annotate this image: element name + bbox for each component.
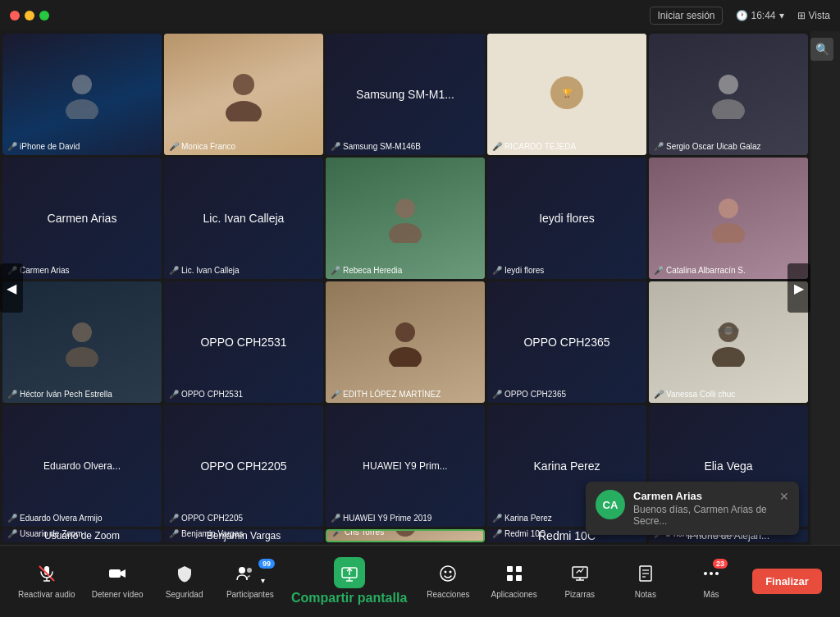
chat-avatar: CA [596,490,625,519]
participant-subname: OPPO CPH2365 [504,390,566,399]
participant-subname: iPhone de David [20,142,80,151]
mic-on-icon: 🎤 [492,514,502,523]
participant-name-label: 🎤 Benjamin Vargas [169,529,243,538]
chat-content: Carmen Arias Buenos días, Carmen Arias d… [633,490,771,527]
participant-tile-cris-torres[interactable]: 🎤 Cris Torres [326,529,485,542]
svg-point-4 [719,75,738,94]
clock-icon: 🕐 16:44 ▾ [736,10,784,21]
participant-subname: Redmi 10C [504,529,546,538]
chevron-down-icon[interactable]: ▾ [779,10,784,21]
svg-point-47 [710,572,713,575]
svg-point-7 [389,223,422,243]
participant-display-name: Ieydi flores [534,212,600,225]
svg-rect-38 [516,575,522,581]
participant-name-label: 🎤 Cris Torres [332,529,384,537]
toolbar-security-label: Seguridad [166,590,203,599]
participant-name-label: 🎤 Eduardo Olvera Armijo [7,514,103,523]
toolbar-reactions-button[interactable]: Reacciones [423,564,472,599]
participant-tile[interactable]: 🏆 🎤 RICARDO TEJEDA [487,34,646,155]
right-sidebar [810,31,840,545]
participant-subname: EDITH LÓPEZ MARTÍNEZ [343,390,441,399]
participant-subname: Usuario de Zoom [20,529,83,538]
toolbar-participants-button[interactable]: 99 ▾ Participantes [226,564,275,599]
participant-tile[interactable]: Samsung SM-M1... 🎤 Samsung SM-M146B [326,34,485,155]
toolbar-audio-label: Reactivar audio [18,590,75,599]
participant-tile[interactable]: OPPO CPH2531 🎤 OPPO CPH2531 [164,281,323,403]
more-badge: 23 [713,559,728,569]
participant-subname: Sergio Oscar Uicab Galaz [666,142,761,151]
svg-point-0 [72,75,92,94]
chat-sender-name: Carmen Arias [633,490,771,502]
svg-rect-36 [516,566,522,572]
participant-subname: Monica Franco [181,142,235,151]
participant-subname: Eduardo Olvera Armijo [20,514,103,523]
more-icon: 23 [701,564,721,587]
minimize-window-button[interactable] [25,11,34,21]
view-button[interactable]: ⊞ Vista [797,10,830,21]
toolbar-security-button[interactable]: Seguridad [160,564,209,599]
participant-tile[interactable]: 1/4 🎤 Héctor Iván Pech Estrella [2,281,162,403]
nav-arrow-left[interactable]: ◀ [0,263,23,313]
svg-point-26 [239,567,245,574]
participant-name-label: 🎤 OPPO CPH2205 [169,514,243,523]
participant-tile[interactable]: 🎤 Rebeca Heredia [326,158,485,279]
video-icon [107,564,127,587]
participant-tile[interactable]: OPPO CPH2365 🎤 OPPO CPH2365 [487,281,646,403]
notes-icon [636,564,655,587]
mic-muted-icon: 🎤 [169,529,179,538]
participant-tile[interactable]: Lic. Ivan Calleja 🎤 Lic. Ivan Calleja [164,158,323,279]
fullscreen-window-button[interactable] [39,11,49,21]
participant-tile[interactable]: 🎤 EDITH LÓPEZ MARTÍNEZ [326,281,485,403]
participant-name-label: 🎤 Monica Franco [169,142,235,151]
participant-tile[interactable]: HUAWEI Y9 Prim... 🎤 HUAWEI Y9 Prime 2019 [326,405,485,527]
participant-display-name: Elia Vega [699,459,757,473]
svg-point-3 [226,101,262,121]
participant-tile[interactable]: OPPO CPH2205 🎤 OPPO CPH2205 [164,405,323,527]
participant-name-label: 🎤 Catalina Albarracín S. [654,266,746,275]
toolbar-apps-button[interactable]: Aplicaciones [490,564,539,599]
participant-display-name: OPPO CPH2365 [518,336,614,349]
participant-tile[interactable]: Eduardo Olvera... 🎤 Eduardo Olvera Armij… [2,405,162,527]
participant-tile[interactable]: 1/4 🎤 Vanessa Colli chuc [649,281,808,403]
mic-muted-icon: 🎤 [7,390,17,399]
participant-name-label: 🎤 Samsung SM-M146B [331,142,421,151]
toolbar-more-button[interactable]: 23 Más [687,564,736,599]
toolbar-whiteboard-button[interactable]: Pizarras [555,564,605,599]
toolbar-video-label: Detener vídeo [92,590,144,599]
nav-arrow-right[interactable]: ▶ [788,263,810,313]
participant-subname: OPPO CPH2205 [181,514,243,523]
participants-count: 99 [258,559,275,569]
toolbar-reactions-label: Reacciones [427,590,469,599]
top-bar: Iniciar sesión 🕐 16:44 ▾ ⊞ Vista [0,0,840,31]
mic-muted-icon: 🎤 [332,529,342,537]
chat-close-button[interactable]: ✕ [779,490,789,503]
participant-tile[interactable]: 🎤 Sergio Oscar Uicab Galaz [649,34,808,155]
participant-tile[interactable]: 🎤 iPhone de David [2,34,162,155]
login-button[interactable]: Iniciar sesión [650,7,722,25]
search-button[interactable]: 🔍 [810,38,833,61]
svg-point-9 [712,223,745,243]
svg-point-18 [395,529,416,537]
reactions-icon [438,564,458,587]
participant-tile[interactable]: Ieydi flores 🎤 Ieydi flores [487,158,646,279]
toolbar-video-button[interactable]: Detener vídeo [92,564,144,599]
participant-subname: OPPO CPH2531 [181,390,243,399]
participant-subname: Samsung SM-M146B [343,142,421,151]
toolbar-notes-button[interactable]: Notas [621,564,670,599]
participant-display-name: Lic. Ivan Calleja [199,212,290,225]
toolbar-audio-button[interactable]: Reactivar audio [18,564,75,599]
svg-rect-17 [718,328,739,332]
close-window-button[interactable] [10,11,20,21]
whiteboard-icon [570,564,590,587]
grid-icon: ⊞ [797,10,806,21]
mic-muted-icon: 🎤 [7,529,17,538]
participant-tile[interactable]: Carmen Arias 🎤 Carmen Arias [2,158,162,279]
participant-tile[interactable]: 🎤 Catalina Albarracín S. [649,158,808,279]
toolbar-share-button[interactable]: Compartir pantalla [291,557,407,606]
end-meeting-button[interactable]: Finalizar [752,569,822,594]
participant-tile[interactable]: Benjamin Vargas 🎤 Benjamin Vargas [164,529,323,542]
participant-tile[interactable]: 🎤 Monica Franco [164,34,323,155]
participant-subname: Benjamin Vargas [181,529,243,538]
svg-rect-39 [573,567,587,578]
participant-tile[interactable]: Usuario de Zoom 🎤 Usuario de Zoom [2,529,162,542]
